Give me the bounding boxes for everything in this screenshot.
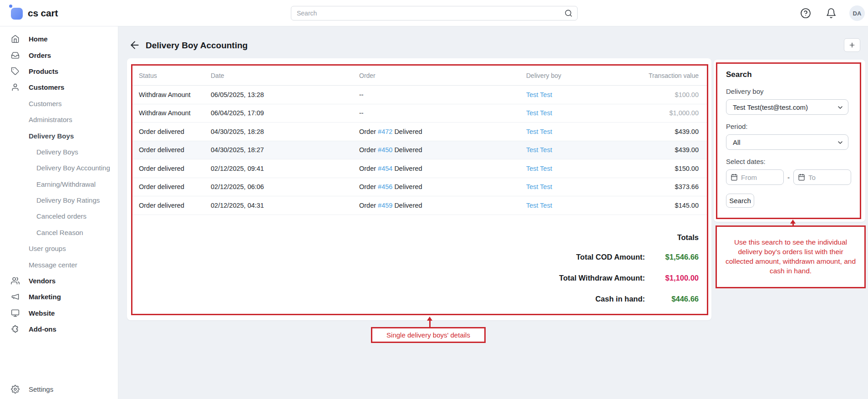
sidebar-item[interactable]: Customers: [0, 96, 118, 112]
sidebar-item[interactable]: Products: [0, 63, 118, 79]
sidebar-item-label: Products: [29, 67, 58, 75]
sidebar-item[interactable]: Message center: [0, 256, 118, 272]
search-panel: Search Delivery boy Test Test(test@test.…: [716, 62, 861, 219]
status-cell: Order delivered: [139, 165, 211, 172]
sidebar-item-label: Canceled orders: [36, 212, 86, 220]
sidebar-item[interactable]: Marketing: [0, 289, 118, 305]
table-row: Order delivered 02/12/2025, 09:41 Order …: [132, 159, 707, 178]
order-cell: --: [359, 109, 526, 117]
sidebar-item[interactable]: Administrators: [0, 112, 118, 128]
delivery-boy-selected-value: Test Test(test@test.com): [733, 103, 808, 111]
sidebar-item-settings[interactable]: Settings: [0, 381, 118, 397]
notifications-bell-icon[interactable]: [826, 8, 837, 19]
order-link[interactable]: #472: [378, 128, 392, 135]
table-row: Order delivered 04/30/2025, 18:27 Order …: [132, 141, 707, 160]
order-link[interactable]: #459: [378, 202, 392, 209]
totals-rows: Total COD Amount: $1,546.66 Total Withdr…: [559, 253, 699, 303]
annotation-arrow-up: [427, 317, 432, 327]
order-cell: Order #450 Delivered: [359, 146, 526, 153]
user-avatar[interactable]: DA: [849, 5, 865, 21]
plus-icon: [848, 41, 856, 49]
order-link[interactable]: #456: [378, 183, 392, 190]
sidebar-item-label: Earning/Withdrawal: [36, 180, 96, 188]
transaction-value-cell: $150.00: [640, 165, 699, 172]
delivery-boy-link[interactable]: Test Test: [526, 202, 640, 209]
total-label: Total COD Amount:: [576, 253, 645, 261]
period-select[interactable]: All: [726, 134, 848, 150]
sidebar-item[interactable]: Delivery Boys: [0, 128, 118, 143]
total-value: $446.66: [649, 295, 699, 303]
sidebar-item[interactable]: Add-ons: [0, 321, 118, 337]
delivery-boy-select[interactable]: Test Test(test@test.com): [726, 99, 848, 115]
select-dates-label: Select dates:: [726, 158, 851, 165]
search-annotation-note: Use this search to see the individual de…: [716, 225, 866, 288]
global-search-input[interactable]: [291, 6, 578, 20]
date-cell: 02/12/2025, 06:06: [211, 183, 359, 190]
sidebar-item-label: Delivery Boys: [36, 148, 78, 156]
totals-row: Total Withdraw Amount: $1,100.00: [559, 274, 699, 282]
sidebar-item[interactable]: Cancel Reason: [0, 225, 118, 240]
sidebar-item[interactable]: Vendors: [0, 273, 118, 289]
date-cell: 02/12/2025, 09:41: [211, 165, 359, 172]
sidebar-item-label: Cancel Reason: [36, 229, 83, 236]
top-bar: cs cart DA: [0, 0, 868, 26]
sidebar-item[interactable]: User groups: [0, 240, 118, 256]
totals-heading: Totals: [559, 233, 699, 242]
delivery-boy-link[interactable]: Test Test: [526, 128, 640, 135]
app-logo[interactable]: cs cart: [11, 6, 58, 20]
sidebar-item-label: User groups: [29, 245, 66, 252]
sidebar-item[interactable]: Delivery Boy Ratings: [0, 192, 118, 208]
total-label: Cash in hand:: [595, 295, 645, 303]
help-icon[interactable]: [800, 8, 811, 19]
period-selected-value: All: [733, 138, 741, 146]
totals-section: Totals Total COD Amount: $1,546.66 Total…: [559, 233, 699, 316]
column-header: Delivery boy: [526, 72, 640, 79]
date-cell: 02/12/2025, 04:31: [211, 202, 359, 209]
calendar-icon: [731, 174, 738, 181]
sidebar-item[interactable]: Customers: [0, 79, 118, 95]
customers-icon: [11, 83, 20, 92]
sidebar-item[interactable]: Canceled orders: [0, 208, 118, 224]
delivery-boy-link[interactable]: Test Test: [526, 165, 640, 172]
transaction-value-cell: $145.00: [640, 202, 699, 209]
order-suffix: Delivered: [392, 128, 422, 135]
back-arrow-icon[interactable]: [129, 39, 141, 51]
order-text: Order: [359, 165, 378, 172]
delivery-boy-link[interactable]: Test Test: [526, 146, 640, 153]
sidebar: Home Orders Products Customers Customers: [0, 26, 118, 399]
delivery-boy-link[interactable]: Test Test: [526, 183, 640, 190]
sidebar-item-label: Customers: [29, 83, 64, 91]
sidebar-item[interactable]: Delivery Boy Accounting: [0, 160, 118, 176]
column-header: Status: [139, 72, 211, 79]
sidebar-item-label: Home: [29, 35, 48, 43]
transaction-value-cell: $1,000.00: [640, 109, 699, 117]
order-link[interactable]: #454: [378, 165, 392, 172]
add-button[interactable]: [844, 38, 860, 52]
search-icon[interactable]: [564, 9, 573, 17]
website-icon: [11, 309, 20, 317]
table-row: Order delivered 02/12/2025, 06:06 Order …: [132, 178, 707, 197]
order-cell: Order #454 Delivered: [359, 165, 526, 172]
sidebar-item[interactable]: Home: [0, 31, 118, 47]
table-annotation-note: Single delivery boys' details: [371, 327, 486, 343]
chevron-down-icon: [837, 104, 844, 111]
status-cell: Withdraw Amount: [139, 91, 211, 98]
period-label: Period:: [726, 123, 851, 130]
order-text: Order: [359, 146, 378, 153]
sidebar-item[interactable]: Earning/Withdrawal: [0, 176, 118, 192]
order-text: --: [359, 109, 364, 117]
sidebar-item[interactable]: Orders: [0, 47, 118, 63]
order-link[interactable]: #450: [378, 146, 392, 153]
sidebar-item-label: Add-ons: [29, 325, 56, 333]
order-suffix: Delivered: [392, 183, 422, 190]
delivery-boy-link[interactable]: Test Test: [526, 91, 640, 98]
logo-text: cs cart: [28, 8, 58, 19]
search-button[interactable]: Search: [726, 194, 754, 208]
total-value: $1,546.66: [649, 253, 699, 261]
sidebar-item[interactable]: Website: [0, 305, 118, 321]
sidebar-item[interactable]: Delivery Boys: [0, 144, 118, 160]
sidebar-item-label: Marketing: [29, 293, 61, 301]
totals-row: Total COD Amount: $1,546.66: [559, 253, 699, 261]
delivery-boy-link[interactable]: Test Test: [526, 109, 640, 117]
chevron-down-icon: [837, 139, 844, 146]
